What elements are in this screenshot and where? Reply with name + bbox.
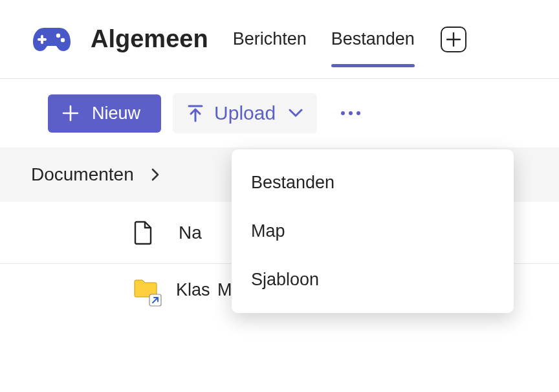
menu-item-label: Map [251, 221, 285, 241]
files-toolbar: Nieuw Upload [0, 79, 559, 147]
team-avatar [31, 19, 72, 60]
breadcrumb-root[interactable]: Documenten [31, 164, 134, 185]
column-name-header[interactable]: Na [179, 223, 202, 243]
folder-shortcut-icon [133, 278, 158, 303]
svg-rect-1 [38, 38, 47, 41]
upload-icon [187, 104, 204, 122]
ellipsis-icon [349, 111, 353, 115]
upload-menu-item-folder[interactable]: Map [232, 207, 514, 256]
channel-header: Algemeen Berichten Bestanden [0, 0, 559, 79]
more-actions-button[interactable] [333, 105, 369, 122]
upload-menu-item-template[interactable]: Sjabloon [232, 256, 514, 304]
plus-icon [62, 105, 79, 122]
chevron-right-icon [151, 168, 160, 181]
upload-menu-item-files[interactable]: Bestanden [232, 158, 514, 207]
upload-button-label: Upload [214, 102, 276, 124]
tab-bestanden[interactable]: Bestanden [331, 29, 415, 49]
plus-icon [446, 32, 461, 47]
new-button-label: Nieuw [92, 103, 140, 124]
new-button[interactable]: Nieuw [48, 94, 161, 133]
tab-label: Berichten [233, 29, 307, 49]
menu-item-label: Bestanden [251, 173, 334, 192]
gamepad-icon [33, 27, 71, 52]
ellipsis-icon [356, 111, 360, 115]
active-tab-indicator [331, 64, 415, 67]
svg-point-3 [61, 38, 65, 41]
ellipsis-icon [341, 111, 345, 115]
document-icon [133, 221, 153, 245]
svg-point-2 [56, 33, 60, 37]
file-name-part: Klas [176, 280, 210, 299]
tab-label: Bestanden [331, 29, 415, 49]
channel-name: Algemeen [91, 25, 208, 53]
tab-berichten[interactable]: Berichten [233, 29, 307, 49]
menu-item-label: Sjabloon [251, 270, 319, 289]
upload-button[interactable]: Upload [173, 93, 317, 133]
upload-menu: Bestanden Map Sjabloon [232, 149, 514, 313]
add-tab-button[interactable] [441, 27, 466, 52]
chevron-down-icon [289, 109, 303, 118]
